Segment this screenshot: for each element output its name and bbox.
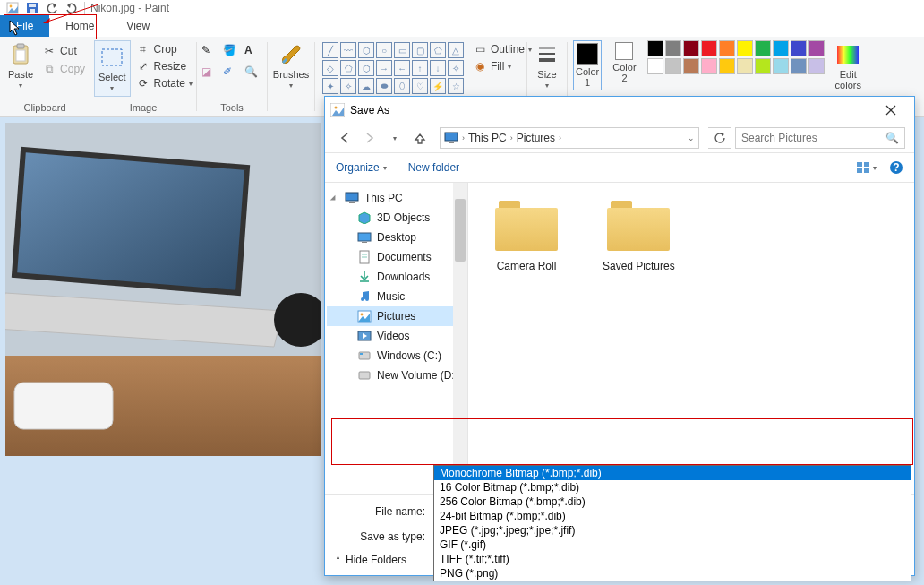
group-label-tools: Tools <box>220 102 244 115</box>
zoom-icon[interactable]: 🔍 <box>244 65 262 83</box>
color-swatch[interactable] <box>683 40 699 56</box>
copy-button[interactable]: ⧉ Copy <box>42 62 85 76</box>
nav-scrollbar[interactable] <box>453 183 467 494</box>
outline-button[interactable]: ▭Outline ▾ <box>473 42 532 56</box>
rotate-button[interactable]: ⟳Rotate ▾ <box>136 76 192 90</box>
fill-button[interactable]: ◉Fill ▾ <box>473 59 532 73</box>
color-swatch[interactable] <box>737 40 753 56</box>
folder-saved-pictures[interactable]: Saved Pictures <box>603 201 675 272</box>
resize-button[interactable]: ⤢Resize <box>136 59 192 73</box>
fill-icon: ◉ <box>473 59 487 73</box>
color-swatch[interactable] <box>719 58 735 74</box>
palette-icon <box>835 42 860 67</box>
recent-dropdown[interactable]: ▾ <box>384 127 406 149</box>
color-swatch[interactable] <box>701 58 717 74</box>
edit-colors-button[interactable]: Edit colors <box>832 40 865 92</box>
organize-button[interactable]: Organize ▾ <box>336 161 387 174</box>
image-canvas[interactable] <box>5 123 321 456</box>
nav-pane[interactable]: This PC3D ObjectsDesktopDocumentsDownloa… <box>325 183 468 494</box>
nav-item-videos[interactable]: Videos <box>327 326 466 346</box>
nav-item-this-pc[interactable]: This PC <box>327 188 466 208</box>
search-input[interactable] <box>741 132 886 144</box>
color1-button[interactable]: Color 1 <box>573 40 602 90</box>
color-swatch[interactable] <box>755 40 771 56</box>
color2-swatch <box>615 42 633 60</box>
type-option[interactable]: 24-bit Bitmap (*.bmp;*.dib) <box>434 509 911 523</box>
up-button[interactable] <box>409 127 431 149</box>
close-button[interactable] <box>873 98 909 123</box>
type-option[interactable]: TIFF (*.tif;*.tiff) <box>434 552 911 566</box>
new-folder-button[interactable]: New folder <box>408 161 459 174</box>
paste-label: Paste <box>8 69 33 80</box>
svg-rect-26 <box>864 162 869 167</box>
paste-button[interactable]: Paste ▾ <box>4 40 37 91</box>
color-swatch[interactable] <box>737 58 753 74</box>
redo-icon[interactable] <box>64 2 79 14</box>
text-icon[interactable]: A <box>244 44 262 62</box>
color-swatch[interactable] <box>683 58 699 74</box>
save-icon[interactable] <box>25 2 39 14</box>
color-swatch[interactable] <box>773 58 789 74</box>
nav-item-desktop[interactable]: Desktop <box>327 228 466 247</box>
brushes-button[interactable]: Brushes ▾ <box>270 40 312 91</box>
nav-item-new-volume-d-[interactable]: New Volume (D: <box>327 366 466 385</box>
svg-rect-27 <box>857 168 862 173</box>
nav-item-3d-objects[interactable]: 3D Objects <box>327 208 466 228</box>
color-swatch[interactable] <box>701 40 717 56</box>
folder-camera-roll[interactable]: Camera Roll <box>495 201 558 272</box>
type-option[interactable]: JPEG (*.jpg;*.jpeg;*.jpe;*.jfif) <box>434 523 911 538</box>
nav-item-windows-c-[interactable]: Windows (C:) <box>327 346 466 366</box>
eraser-icon[interactable]: ◪ <box>201 65 219 83</box>
type-option[interactable]: 256 Color Bitmap (*.bmp;*.dib) <box>434 495 911 509</box>
pencil-icon[interactable]: ✎ <box>201 44 219 62</box>
color-swatch[interactable] <box>647 58 663 74</box>
crumb-thispc[interactable]: This PC› <box>468 132 513 144</box>
color-swatch[interactable] <box>665 58 681 74</box>
tab-file[interactable]: File <box>0 15 49 37</box>
save-type-dropdown[interactable]: Monochrome Bitmap (*.bmp;*.dib)16 Color … <box>433 465 911 581</box>
color-palette[interactable] <box>647 40 825 74</box>
nav-item-downloads[interactable]: Downloads <box>327 267 466 287</box>
nav-item-documents[interactable]: Documents <box>327 247 466 267</box>
addr-dropdown-icon[interactable]: ⌄ <box>688 133 695 142</box>
color-swatch[interactable] <box>773 40 789 56</box>
bucket-icon[interactable]: 🪣 <box>223 44 241 62</box>
hide-folders-button[interactable]: ˄ Hide Folders <box>336 554 406 566</box>
type-option[interactable]: 16 Color Bitmap (*.bmp;*.dib) <box>434 480 911 495</box>
undo-icon[interactable] <box>45 2 59 14</box>
app-icon <box>5 2 20 14</box>
color-swatch[interactable] <box>755 58 771 74</box>
tab-view[interactable]: View <box>110 15 166 37</box>
color-swatch[interactable] <box>791 40 807 56</box>
color-swatch[interactable] <box>791 58 807 74</box>
shapes-gallery[interactable]: ╱〰⬡○▭▢⬠△ ◇⬠⬡→←↑↓✧ ✦✧☁⬬⬯♡⚡☆ <box>321 40 466 96</box>
type-option[interactable]: GIF (*.gif) <box>434 538 911 552</box>
search-box[interactable]: 🔍 <box>735 127 905 149</box>
select-button[interactable]: Select ▾ <box>94 40 131 97</box>
nav-item-music[interactable]: Music <box>327 287 466 306</box>
color-swatch[interactable] <box>647 40 663 56</box>
color-swatch[interactable] <box>808 40 825 56</box>
back-button[interactable] <box>334 127 355 149</box>
content-pane[interactable]: Camera Roll Saved Pictures <box>468 183 914 494</box>
forward-button[interactable] <box>359 127 381 149</box>
color-swatch[interactable] <box>719 40 735 56</box>
picker-icon[interactable]: ✐ <box>223 65 241 83</box>
nav-item-pictures[interactable]: Pictures <box>327 306 466 326</box>
crumb-pictures[interactable]: Pictures› <box>517 132 561 144</box>
type-option[interactable]: PNG (*.png) <box>434 566 911 581</box>
color2-button[interactable]: Color 2 <box>609 40 639 85</box>
cut-button[interactable]: ✂ Cut <box>42 44 85 58</box>
tab-home[interactable]: Home <box>49 15 110 37</box>
color-swatch[interactable] <box>665 40 681 56</box>
refresh-button[interactable] <box>708 127 732 149</box>
svg-rect-8 <box>102 49 122 65</box>
address-bar[interactable]: › This PC› Pictures› ⌄ <box>440 127 699 149</box>
help-button[interactable]: ? <box>889 160 903 175</box>
size-button[interactable]: Size ▾ <box>531 40 563 91</box>
nav-item-icon <box>357 270 372 284</box>
view-button[interactable]: ▾ <box>856 161 877 174</box>
type-option[interactable]: Monochrome Bitmap (*.bmp;*.dib) <box>434 466 911 480</box>
color-swatch[interactable] <box>808 58 825 74</box>
crop-button[interactable]: ⌗Crop <box>136 42 192 56</box>
